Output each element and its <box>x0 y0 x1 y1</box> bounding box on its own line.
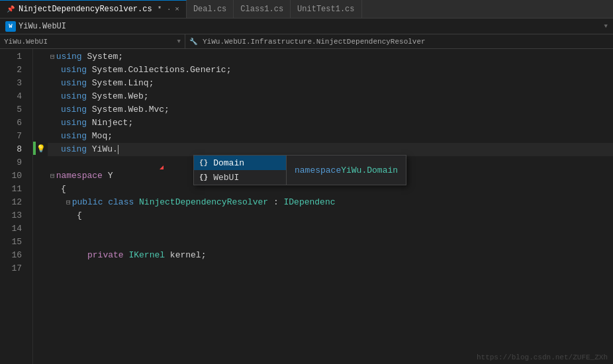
tab-class1[interactable]: Class1.cs <box>234 0 291 18</box>
nav-dropdown-right[interactable]: 🔧 YiWu.WebUI.Infrastructure.NinjectDepen… <box>185 34 613 48</box>
tab-unittest[interactable]: UnitTest1.cs <box>291 0 361 18</box>
code-line-7: using Moq; <box>48 130 613 143</box>
collapse-icon-1[interactable]: ⊟ <box>50 50 55 64</box>
classname-12: NinjectDependencyResolver <box>139 196 268 209</box>
tab-deal-label: Deal.cs <box>193 5 226 14</box>
domain-icon: {} <box>199 159 208 167</box>
using-kw-8: using <box>61 143 92 156</box>
line-num-15: 15 <box>0 236 27 249</box>
line-num-1: 1 <box>0 50 27 64</box>
domain-label: Domain <box>213 158 244 168</box>
code-line-2: using System.Collections.Generic; <box>48 64 613 77</box>
tab-close-button[interactable]: × <box>175 5 179 13</box>
code-line-15 <box>48 236 613 249</box>
moq-7: Moq; <box>92 130 113 143</box>
code-line-16: private IKernel kernel; <box>48 249 613 262</box>
code-line-13: { <box>48 209 613 222</box>
editor-area: 1 2 3 4 5 6 7 8 9 10 11 12 13 14 15 16 1… <box>0 49 613 364</box>
code-content[interactable]: ⊟using System; using System.Collections.… <box>48 49 613 364</box>
line-num-8: 8 <box>0 143 27 156</box>
namespace-kw-10: namespace <box>56 169 108 183</box>
code-line-8[interactable]: using YiWu. <box>48 143 613 156</box>
line-num-10: 10 <box>0 169 27 183</box>
nav-bar: YiWu.WebUI ▼ 🔧 YiWu.WebUI.Infrastructure… <box>0 34 613 49</box>
code-line-3: using System.Linq; <box>48 77 613 90</box>
code-line-4: using System.Web; <box>48 90 613 103</box>
detail-value: YiWu.Domain <box>341 165 398 175</box>
webui-label: WebUI <box>213 173 239 183</box>
line-num-11: 11 <box>0 183 27 196</box>
lightbulb-icon[interactable]: 💡 <box>36 142 46 155</box>
using-kw-2: using <box>61 64 92 77</box>
project-icon: W <box>5 21 16 32</box>
collapse-icon-12[interactable]: ⊟ <box>66 196 71 209</box>
tab-deal[interactable]: Deal.cs <box>187 0 234 18</box>
code-line-14 <box>48 222 613 236</box>
autocomplete-list: {} Domain {} WebUI <box>194 156 287 185</box>
breadcrumb-project[interactable]: YiWu.WebUI <box>19 22 66 31</box>
squiggle-indicator <box>118 148 122 152</box>
autocomplete-item-domain[interactable]: {} Domain <box>194 156 286 170</box>
class-kw-12: class <box>108 196 139 209</box>
colon-12: : <box>268 196 283 209</box>
detail-kw: namespace <box>295 165 341 175</box>
line-num-16: 16 <box>0 249 27 262</box>
breadcrumb-bar: W YiWu.WebUI ▼ <box>0 19 613 34</box>
system-4: System.Web; <box>92 90 149 103</box>
autocomplete-dropdown[interactable]: {} Domain {} WebUI namespace YiWu.Domain <box>193 155 406 185</box>
using-kw-4: using <box>61 90 92 103</box>
line-num-5: 5 <box>0 103 27 116</box>
using-kw-3: using <box>61 77 92 90</box>
line-num-14: 14 <box>0 222 27 236</box>
line-num-12: 12 <box>0 196 27 209</box>
nav-right-label: YiWu.WebUI.Infrastructure.NinjectDepende… <box>203 38 426 46</box>
code-line-1: ⊟using System; <box>48 50 613 64</box>
using-kw-5: using <box>61 103 92 116</box>
private-kw-16: private <box>87 249 128 262</box>
tab-pin-icon2: · <box>167 6 171 13</box>
nav-left-arrow: ▼ <box>177 38 181 45</box>
kernel-var-16: kernel; <box>165 249 206 262</box>
line-numbers: 1 2 3 4 5 6 7 8 9 10 11 12 13 14 15 16 1… <box>0 49 33 364</box>
yiwu-8: YiWu. <box>92 143 118 156</box>
tab-ninject[interactable]: 📌 NinjectDependencyResolver.cs * · × <box>0 0 187 18</box>
line-num-13: 13 <box>0 209 27 222</box>
gutter: 💡 <box>33 49 48 364</box>
webui-icon: {} <box>199 173 208 181</box>
line-num-3: 3 <box>0 77 27 90</box>
ns-name-10: Y <box>108 169 113 183</box>
tab-bar: 📌 NinjectDependencyResolver.cs * · × Dea… <box>0 0 613 19</box>
using-kw-7: using <box>61 130 92 143</box>
code-line-17 <box>48 262 613 275</box>
tab-modified-indicator: * <box>158 5 162 13</box>
line-num-17: 17 <box>0 262 27 275</box>
line-num-2: 2 <box>0 64 27 77</box>
nav-left-label: YiWu.WebUI <box>4 38 48 46</box>
tab-class1-label: Class1.cs <box>240 5 283 14</box>
public-kw-12: public <box>72 196 109 209</box>
system-2: System.Collections.Generic; <box>92 64 232 77</box>
using-kw-1: using <box>56 50 87 64</box>
breadcrumb-dropdown-arrow[interactable]: ▼ <box>604 23 608 30</box>
line-num-7: 7 <box>0 130 27 143</box>
autocomplete-detail: namespace YiWu.Domain <box>287 156 406 185</box>
brace-open-13: { <box>77 209 82 222</box>
collapse-icon-10[interactable]: ⊟ <box>50 169 55 183</box>
code-line-12: ⊟public class NinjectDependencyResolver … <box>48 196 613 209</box>
line-num-9: 9 <box>0 156 27 169</box>
tab-unittest-label: UnitTest1.cs <box>297 5 354 14</box>
system-1: System; <box>87 50 123 64</box>
line-num-6: 6 <box>0 116 27 130</box>
tab-ninject-label: NinjectDependencyResolver.cs <box>19 5 152 14</box>
autocomplete-item-webui[interactable]: {} WebUI <box>194 170 286 185</box>
using-kw-6: using <box>61 116 92 130</box>
code-line-6: using Ninject; <box>48 116 613 130</box>
interface-12: IDependenc <box>284 196 336 209</box>
system-5: System.Web.Mvc; <box>92 103 169 116</box>
code-line-5: using System.Web.Mvc; <box>48 103 613 116</box>
ikernel-type-16: IKernel <box>128 249 165 262</box>
system-3: System.Linq; <box>92 77 154 90</box>
nav-dropdown-left[interactable]: YiWu.WebUI ▼ <box>0 34 185 48</box>
ninject-6: Ninject; <box>92 116 133 130</box>
brace-open-11: { <box>61 183 66 196</box>
